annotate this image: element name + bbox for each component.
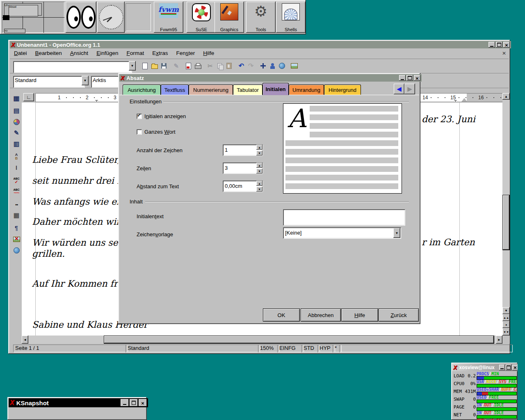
- num-chars-spinbox[interactable]: 1 ▲ ▼: [223, 144, 263, 156]
- close-button[interactable]: [512, 365, 518, 370]
- num-chars-value[interactable]: 1: [225, 147, 228, 153]
- form-functions-icon[interactable]: ▥: [11, 139, 21, 149]
- launcher-fvwm95-button[interactable]: fvwmFvwm95: [154, 2, 183, 33]
- maximize-button[interactable]: [496, 42, 502, 48]
- graphics-toggle-icon[interactable]: [11, 234, 21, 244]
- status-cell[interactable]: Standard: [126, 345, 260, 352]
- tab-scroll-left-button[interactable]: ◀: [394, 84, 404, 94]
- url-combo-input[interactable]: [13, 61, 132, 73]
- document-text-line[interactable]: der 23. Juni: [422, 114, 475, 124]
- xclock-button[interactable]: [97, 2, 125, 33]
- status-cell[interactable]: [339, 345, 513, 352]
- distance-value[interactable]: 0,00cm: [225, 183, 242, 189]
- stylist-icon[interactable]: [268, 61, 277, 71]
- maximize-button[interactable]: [506, 365, 511, 370]
- online-layout-icon[interactable]: [11, 245, 21, 255]
- writer-titlebar[interactable]: X Unbenannt1 - OpenOffice.org 1.1: [10, 41, 511, 48]
- cut-icon[interactable]: ✂: [205, 61, 215, 71]
- paragraph-style-combo[interactable]: Standard: [13, 76, 85, 88]
- maximize-button[interactable]: [130, 399, 138, 406]
- pager-mini-window-dialog[interactable]: Absat: [9, 5, 38, 16]
- ok-button[interactable]: OK: [263, 308, 300, 322]
- copy-icon[interactable]: [215, 61, 224, 71]
- launcher-suse-button[interactable]: SuSE: [187, 2, 216, 33]
- xeyes-button[interactable]: [66, 2, 96, 33]
- minimize-button[interactable]: [488, 42, 495, 48]
- tab-umrandung[interactable]: Umrandung: [289, 84, 324, 95]
- insert-object-icon[interactable]: [11, 117, 21, 127]
- navigation-button[interactable]: ●: [502, 321, 510, 328]
- launcher-graphics-button[interactable]: Graphics: [215, 2, 244, 33]
- pager-mini-window-iconified[interactable]: [3, 15, 9, 20]
- menu-ansicht[interactable]: Ansicht: [66, 49, 92, 57]
- menu-bearbeiten[interactable]: Bearbeiten: [31, 49, 66, 57]
- spin-up-button[interactable]: ▲: [256, 145, 262, 150]
- status-cell[interactable]: Seite 1 / 1: [13, 345, 128, 352]
- save-icon[interactable]: [159, 61, 169, 71]
- back-button[interactable]: Zurück: [379, 308, 419, 322]
- vertical-scrollbar[interactable]: ▲ ▼ ▲▲ ● ▼▼: [502, 93, 510, 336]
- close-button[interactable]: [503, 42, 510, 48]
- spin-down-button[interactable]: ▼: [256, 169, 262, 173]
- ksnapshot-titlebar[interactable]: X KSnapshot: [9, 398, 148, 407]
- open-icon[interactable]: [150, 61, 159, 71]
- launcher-tools-button[interactable]: ⚙Tools: [246, 2, 276, 33]
- spin-up-button[interactable]: ▲: [256, 163, 262, 168]
- export-pdf-icon[interactable]: [184, 61, 193, 71]
- draw-functions-icon[interactable]: ✎: [11, 128, 21, 138]
- dropcap-text-input[interactable]: [283, 209, 405, 226]
- print-icon[interactable]: [193, 61, 203, 71]
- tab-ausrichtung[interactable]: Ausrichtung: [123, 84, 161, 95]
- close-button[interactable]: [414, 75, 420, 81]
- lines-spinbox[interactable]: 3 ▲ ▼: [223, 162, 263, 174]
- url-combo-dropdown-button[interactable]: ▼: [129, 61, 136, 71]
- document-text-line[interactable]: grillen.: [32, 249, 65, 259]
- menu-extras[interactable]: Extras: [148, 49, 172, 57]
- spin-down-button[interactable]: ▼: [256, 151, 262, 155]
- help-button[interactable]: Hilfe: [341, 308, 378, 322]
- spellcheck-icon[interactable]: ABC✓: [11, 176, 21, 185]
- tab-hintergrund[interactable]: Hintergrund: [324, 84, 361, 95]
- scroll-right-button[interactable]: ►: [496, 336, 502, 344]
- show-dropcaps-checkbox[interactable]: ✓: [137, 114, 142, 119]
- menu-hilfe[interactable]: Hilfe: [199, 49, 218, 57]
- close-button[interactable]: [139, 399, 147, 406]
- new-document-icon[interactable]: [140, 61, 150, 71]
- minimize-button[interactable]: [499, 365, 505, 370]
- next-page-button[interactable]: ▼▼: [502, 328, 510, 336]
- previous-page-button[interactable]: ▲▲: [502, 314, 510, 321]
- direct-cursor-icon[interactable]: I: [11, 163, 21, 173]
- insert-table-icon[interactable]: ▦: [11, 93, 21, 103]
- ruler-tab-type-button[interactable]: ∟: [23, 93, 34, 101]
- menu-einfügen[interactable]: Einfügen: [92, 49, 122, 57]
- status-cell[interactable]: EINFG: [277, 345, 304, 352]
- tab-initialen[interactable]: Initialen: [262, 83, 289, 95]
- undo-icon[interactable]: ↶: [237, 61, 246, 71]
- horizontal-scroll-thumb[interactable]: [104, 336, 494, 344]
- document-text-line[interactable]: r im Garten: [422, 237, 475, 247]
- hyperlink-icon[interactable]: [277, 61, 287, 71]
- data-sources-icon[interactable]: ▦: [11, 210, 21, 220]
- whole-word-checkbox[interactable]: [137, 129, 142, 135]
- nonprinting-chars-icon[interactable]: ¶: [11, 223, 21, 233]
- xosview-titlebar[interactable]: X xosview@linux: [452, 363, 518, 371]
- char-style-dropdown-button[interactable]: ▼: [393, 228, 400, 238]
- menu-datei[interactable]: Datei: [10, 49, 31, 57]
- paste-icon[interactable]: [224, 61, 234, 71]
- minimize-button[interactable]: [399, 75, 406, 81]
- insert-fields-icon[interactable]: ▤: [11, 106, 21, 116]
- close-document-icon[interactable]: ✕: [502, 50, 506, 56]
- distance-spinbox[interactable]: 0,00cm ▲ ▼: [223, 180, 263, 192]
- minimize-button[interactable]: [121, 399, 129, 406]
- scroll-up-button[interactable]: ▲: [502, 93, 510, 100]
- find-icon[interactable]: ●●: [11, 199, 21, 209]
- ruler-indent-marker[interactable]: [461, 98, 467, 102]
- maximize-button[interactable]: [406, 75, 413, 81]
- cancel-button[interactable]: Abbrechen: [301, 308, 341, 322]
- horizontal-scrollbar[interactable]: ◄ ►: [22, 336, 502, 344]
- status-cell[interactable]: 150%: [258, 345, 280, 352]
- launcher-shells-button[interactable]: Shells: [276, 2, 306, 33]
- spin-down-button[interactable]: ▼: [256, 187, 262, 192]
- scroll-down-button[interactable]: ▼: [502, 307, 510, 314]
- style-combo-dropdown-button[interactable]: ▼: [82, 76, 89, 85]
